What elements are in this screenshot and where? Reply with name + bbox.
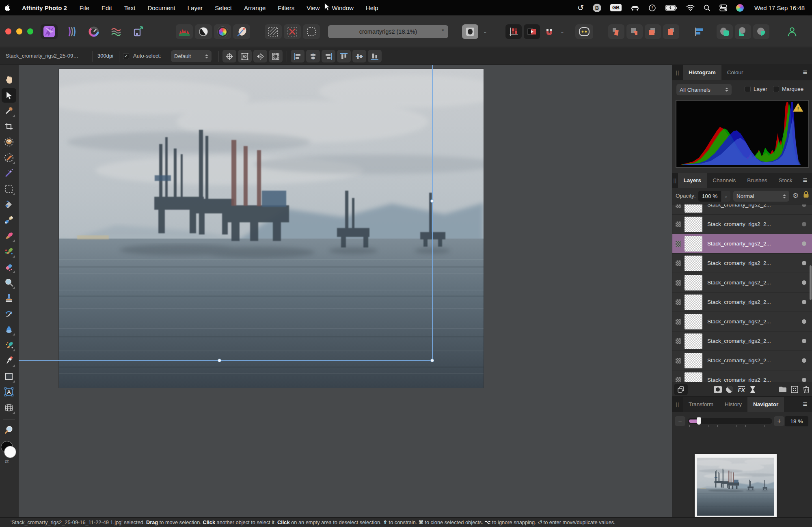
tab-histogram[interactable]: Histogram: [683, 65, 721, 80]
layer-thumbnail[interactable]: [685, 275, 702, 290]
layer-thumbnail[interactable]: [685, 353, 702, 368]
document-title-menu[interactable]: cromartyrigs2 (18.1%) *: [328, 25, 448, 38]
control-center-icon[interactable]: [715, 0, 732, 15]
export-persona-button[interactable]: [130, 24, 147, 39]
move-backward-button[interactable]: [645, 24, 661, 39]
layer-drag-handle[interactable]: [676, 338, 681, 344]
layer-thumbnail[interactable]: [685, 236, 702, 252]
layer-visibility-dot[interactable]: [802, 222, 806, 226]
align-top-button[interactable]: [337, 50, 351, 62]
tab-channels[interactable]: Channels: [707, 173, 741, 188]
window-close-button[interactable]: [5, 28, 11, 34]
layers-scrollbar[interactable]: [810, 265, 812, 300]
canvas-viewport[interactable]: [19, 65, 672, 517]
colour-swatches[interactable]: ⇄: [1, 441, 17, 465]
layer-row[interactable]: Stack_cromarty_rigs2_2...: [672, 351, 812, 370]
menu-window[interactable]: Window: [326, 4, 359, 11]
layer-row[interactable]: Stack_cromarty_rigs2_2...: [672, 254, 812, 273]
menu-clock[interactable]: Wed 17 Sep 16:48: [748, 4, 812, 11]
live-filter-button[interactable]: [747, 382, 758, 396]
zoom-tool[interactable]: [2, 423, 16, 437]
app-menu-title[interactable]: Affinity Photo 2: [15, 4, 73, 11]
layer-drag-handle[interactable]: [676, 241, 681, 247]
mesh-warp-tool[interactable]: [2, 400, 16, 415]
panel-grip[interactable]: ||: [672, 173, 678, 188]
layer-drag-handle[interactable]: [676, 222, 681, 227]
layer-visibility-dot[interactable]: [802, 300, 806, 304]
tab-layers[interactable]: Layers: [678, 173, 707, 188]
panel-menu-icon[interactable]: ≡: [798, 65, 812, 80]
layer-row-selected[interactable]: Stack_cromarty_rigs2_2...: [672, 234, 812, 254]
menu-help[interactable]: Help: [360, 4, 384, 11]
layer-row[interactable]: Stack_cromarty_rigs2_2...: [672, 215, 812, 234]
update-status-icon[interactable]: !: [644, 0, 661, 15]
align-middle-button[interactable]: [352, 50, 366, 62]
window-zoom-button[interactable]: [27, 28, 33, 34]
layer-thumbnail[interactable]: [685, 295, 702, 310]
auto-colour-button[interactable]: [214, 24, 231, 39]
input-source-menu[interactable]: GB: [606, 0, 626, 15]
siri-icon[interactable]: [732, 0, 748, 15]
snapping-options-chevron[interactable]: ⌄: [558, 24, 567, 39]
photo-persona-button[interactable]: [41, 24, 58, 39]
layer-visibility-dot[interactable]: [802, 319, 806, 324]
selection-handle-corner[interactable]: [430, 359, 434, 362]
pen-tool[interactable]: [2, 353, 16, 368]
invert-selection-button[interactable]: [303, 24, 320, 39]
erase-brush-tool[interactable]: [2, 260, 16, 274]
flip-horizontal-button[interactable]: [253, 50, 267, 62]
layer-lock-icon[interactable]: [803, 191, 809, 198]
move-tool[interactable]: [2, 88, 16, 103]
view-tool[interactable]: [2, 72, 16, 87]
edit-all-layers-button[interactable]: [674, 384, 688, 395]
tab-stock[interactable]: Stock: [773, 173, 798, 188]
layer-visibility-dot[interactable]: [802, 339, 806, 343]
layer-thumbnail[interactable]: [685, 217, 702, 232]
pixel-preview-button[interactable]: [524, 24, 540, 39]
foreground-colour-swatch[interactable]: [4, 446, 16, 458]
select-all-button[interactable]: [265, 24, 282, 39]
bitwarden-icon[interactable]: B: [588, 0, 606, 15]
zoom-in-button[interactable]: +: [774, 416, 784, 426]
menu-filters[interactable]: Filters: [272, 4, 300, 11]
menu-edit[interactable]: Edit: [95, 4, 118, 11]
undo-brush-tool[interactable]: [2, 307, 16, 321]
layer-settings-gear-icon[interactable]: ⚙: [793, 191, 799, 200]
layer-drag-handle[interactable]: [676, 377, 681, 382]
selection-handle-right-mid[interactable]: [430, 199, 434, 203]
assistant-button[interactable]: [575, 24, 593, 39]
blur-brush-tool[interactable]: [2, 322, 16, 337]
menu-arrange[interactable]: Arrange: [238, 4, 272, 11]
tab-navigator[interactable]: Navigator: [747, 397, 784, 412]
dodge-brush-tool[interactable]: [2, 275, 16, 290]
tone-mapping-persona-button[interactable]: [108, 24, 125, 39]
colour-replacement-brush-tool[interactable]: [2, 244, 16, 259]
paint-brush-tool[interactable]: [2, 228, 16, 243]
cycle-selection-box-button[interactable]: [238, 50, 252, 62]
channels-dropdown[interactable]: All Channels: [676, 84, 732, 95]
menu-document[interactable]: Document: [141, 4, 181, 11]
deselect-button[interactable]: [284, 24, 301, 39]
tab-colour[interactable]: Colour: [721, 65, 749, 80]
mask-layer-button[interactable]: [462, 24, 478, 39]
adjustment-layer-button[interactable]: [723, 382, 735, 396]
delete-layer-button[interactable]: [800, 382, 812, 396]
freehand-selection-tool[interactable]: [2, 151, 16, 165]
auto-select-checkbox[interactable]: ✓: [123, 53, 129, 59]
text-tool[interactable]: A: [2, 385, 16, 399]
layer-thumbnail[interactable]: [685, 256, 702, 271]
develop-persona-button[interactable]: [85, 24, 102, 39]
smudge-brush-tool[interactable]: [2, 338, 16, 353]
marquee-checkbox[interactable]: [773, 86, 779, 93]
layer-thumbnail[interactable]: [685, 333, 702, 349]
auto-levels-button[interactable]: [176, 24, 193, 39]
transform-origin-button[interactable]: [222, 50, 236, 62]
layer-visibility-dot[interactable]: [802, 358, 806, 363]
layer-row[interactable]: Stack_cromarty_rigs2_2...: [672, 312, 812, 331]
account-button[interactable]: [783, 24, 801, 39]
blend-mode-dropdown[interactable]: Normal: [733, 191, 789, 202]
opacity-chevron[interactable]: ⌄: [721, 191, 730, 202]
zoom-slider[interactable]: [688, 418, 772, 424]
selection-edge-horizontal[interactable]: [19, 360, 432, 361]
auto-white-balance-button[interactable]: [233, 24, 250, 39]
